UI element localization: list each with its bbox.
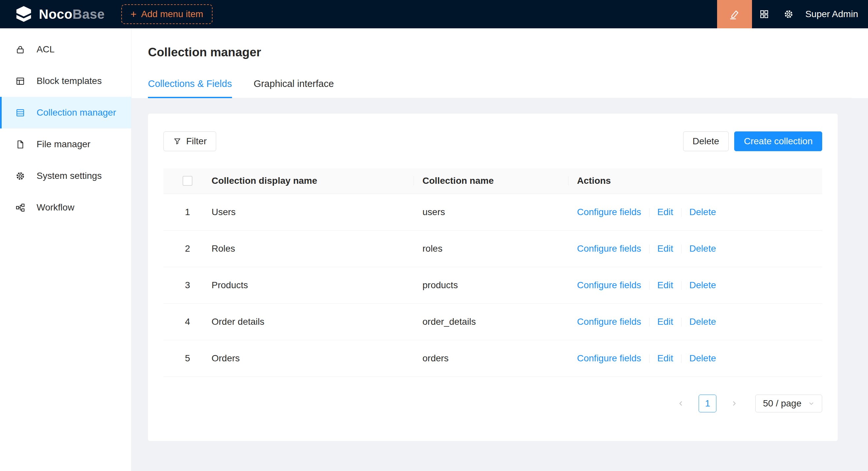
filter-funnel-icon — [173, 137, 182, 145]
filter-button[interactable]: Filter — [163, 131, 216, 151]
table-row: 5 Orders orders Configure fieldsEditDele… — [163, 340, 822, 376]
action-divider — [649, 318, 650, 327]
file-icon — [15, 139, 25, 149]
configure-fields-link[interactable]: Configure fields — [577, 243, 641, 254]
collection-table-icon — [15, 108, 25, 118]
sidebar-item-workflow[interactable]: Workflow — [0, 192, 131, 223]
sidebar-item-file-manager[interactable]: File manager — [0, 129, 131, 160]
cell-actions: Configure fieldsEditDelete — [577, 230, 822, 267]
action-divider — [649, 281, 650, 290]
sidebar-item-acl[interactable]: ACL — [0, 34, 131, 65]
action-divider — [649, 208, 650, 217]
cell-actions: Configure fieldsEditDelete — [577, 267, 822, 303]
filter-label: Filter — [186, 136, 207, 146]
row-index: 5 — [163, 340, 212, 376]
nocobase-logo[interactable]: NocoBase — [14, 5, 105, 23]
delete-link[interactable]: Delete — [689, 243, 716, 254]
sidebar-item-collection-manager[interactable]: Collection manager — [0, 97, 131, 129]
sidebar-item-label: Block templates — [37, 76, 102, 86]
cell-display-name: Products — [212, 267, 423, 303]
header-display-name: Collection display name — [212, 168, 423, 194]
gear-icon — [783, 9, 794, 20]
action-divider — [681, 318, 681, 327]
configure-fields-link[interactable]: Configure fields — [577, 353, 641, 363]
row-index: 2 — [163, 230, 212, 267]
previous-page-button[interactable] — [672, 395, 690, 412]
sidebar-item-block-templates[interactable]: Block templates — [0, 65, 131, 97]
plugins-button[interactable] — [752, 0, 776, 28]
edit-link[interactable]: Edit — [657, 280, 673, 290]
create-collection-button[interactable]: Create collection — [734, 131, 822, 151]
delete-link[interactable]: Delete — [689, 353, 716, 363]
sidebar-item-label: Workflow — [37, 202, 74, 213]
chevron-right-icon — [731, 400, 738, 407]
configure-fields-link[interactable]: Configure fields — [577, 316, 641, 327]
delete-button[interactable]: Delete — [683, 131, 729, 151]
cell-name: order_details — [423, 303, 577, 340]
cell-actions: Configure fieldsEditDelete — [577, 194, 822, 230]
content-area: Filter Delete Create collection Collecti… — [131, 98, 868, 471]
page-size-value: 50 / page — [763, 398, 801, 409]
cell-display-name: Roles — [212, 230, 423, 267]
sidebar-item-system-settings[interactable]: System settings — [0, 160, 131, 192]
configure-fields-link[interactable]: Configure fields — [577, 280, 641, 290]
action-divider — [681, 281, 681, 290]
delete-link[interactable]: Delete — [689, 207, 716, 217]
ui-editor-button[interactable] — [717, 0, 752, 28]
chevron-left-icon — [677, 400, 684, 407]
edit-link[interactable]: Edit — [657, 243, 673, 254]
sidebar-item-label: Collection manager — [37, 107, 116, 118]
delete-link[interactable]: Delete — [689, 280, 716, 290]
cell-name: users — [423, 194, 577, 230]
add-menu-item-label: Add menu item — [141, 9, 203, 20]
header-select-all — [163, 168, 212, 194]
system-settings-button[interactable] — [776, 0, 801, 28]
cell-display-name: Orders — [212, 340, 423, 376]
collections-card: Filter Delete Create collection Collecti… — [148, 114, 838, 441]
edit-link[interactable]: Edit — [657, 207, 673, 217]
tab-collections-and-fields[interactable]: Collections & Fields — [148, 78, 232, 98]
table-row: 1 Users users Configure fieldsEditDelete — [163, 194, 822, 230]
card-toolbar: Filter Delete Create collection — [163, 131, 822, 151]
cell-display-name: Users — [212, 194, 423, 230]
topbar: NocoBase + Add menu item Super — [0, 0, 868, 28]
pagination: 1 50 / page — [163, 395, 822, 412]
tab-bar: Collections & Fields Graphical interface — [148, 78, 851, 98]
current-user[interactable]: Super Admin — [805, 9, 858, 20]
delete-link[interactable]: Delete — [689, 316, 716, 327]
action-divider — [681, 245, 681, 253]
action-divider — [649, 245, 650, 253]
edit-link[interactable]: Edit — [657, 316, 673, 327]
logo-secondary: Base — [72, 7, 105, 22]
cell-actions: Configure fieldsEditDelete — [577, 303, 822, 340]
toolbar-right: Delete Create collection — [683, 131, 823, 151]
logo-cube-icon — [14, 5, 33, 23]
cell-actions: Configure fieldsEditDelete — [577, 340, 822, 376]
layout-icon — [15, 76, 25, 86]
page-number-1[interactable]: 1 — [699, 395, 716, 412]
next-page-button[interactable] — [725, 395, 743, 412]
table-header-row: Collection display name Collection name … — [163, 168, 822, 194]
workflow-icon — [15, 203, 25, 213]
sidebar-item-label: File manager — [37, 139, 90, 149]
configure-fields-link[interactable]: Configure fields — [577, 207, 641, 217]
chevron-down-icon — [808, 400, 815, 407]
topbar-right: Super Admin — [717, 0, 868, 28]
row-index: 3 — [163, 267, 212, 303]
row-index: 4 — [163, 303, 212, 340]
table-row: 2 Roles roles Configure fieldsEditDelete — [163, 230, 822, 267]
cell-name: products — [423, 267, 577, 303]
logo-text: NocoBase — [39, 7, 105, 22]
sidebar-item-label: ACL — [37, 44, 54, 55]
tab-graphical-interface[interactable]: Graphical interface — [254, 78, 334, 98]
header-actions: Actions — [577, 168, 822, 194]
table-row: 3 Products products Configure fieldsEdit… — [163, 267, 822, 303]
action-divider — [681, 355, 681, 363]
page-size-select[interactable]: 50 / page — [755, 395, 822, 412]
select-all-checkbox[interactable] — [183, 176, 192, 186]
row-index: 1 — [163, 194, 212, 230]
add-menu-item-button[interactable]: + Add menu item — [121, 4, 213, 24]
action-divider — [649, 355, 650, 363]
cell-name: roles — [423, 230, 577, 267]
edit-link[interactable]: Edit — [657, 353, 673, 363]
